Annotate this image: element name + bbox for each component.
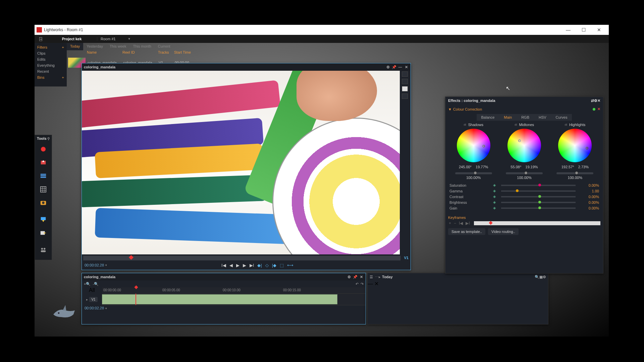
gear-icon[interactable]: ⚙ (594, 99, 597, 103)
param-slider[interactable] (501, 207, 576, 209)
plus-icon[interactable]: + (62, 75, 64, 79)
bins-header[interactable]: Bins+ (35, 74, 67, 80)
half-icon[interactable] (402, 94, 408, 99)
project-name[interactable]: Project kek (47, 37, 97, 41)
minimize-icon[interactable]: — (368, 281, 373, 287)
gain-slider[interactable] (455, 172, 492, 174)
room-selector[interactable]: Room #1 ▼ (97, 37, 134, 41)
keyframe-icon[interactable]: ◈ (493, 183, 498, 187)
sidebar-item-everything[interactable]: Everything (35, 62, 67, 68)
remove-effect-button[interactable]: ✕ (597, 107, 600, 111)
kf-next-button[interactable]: ▶I (465, 221, 470, 226)
param-slider[interactable] (501, 202, 576, 203)
redo-button[interactable]: ↷ (361, 282, 364, 286)
mark-out-button[interactable]: |◆ (272, 263, 276, 268)
param-slider[interactable] (501, 185, 576, 186)
pin-icon[interactable]: ⚲ (47, 137, 50, 140)
tab-rgb[interactable]: RGB (517, 114, 534, 121)
play-button[interactable]: ▶ (236, 263, 239, 268)
gear-icon[interactable]: ⚙ (347, 275, 352, 279)
lines-icon[interactable] (402, 79, 408, 84)
kf-remove-button[interactable]: − (453, 221, 457, 226)
tab-curves[interactable]: Curves (551, 114, 572, 121)
slider-knob[interactable] (516, 189, 519, 192)
grid-icon[interactable]: ▦ (539, 275, 543, 279)
gear-icon[interactable]: ⚙ (386, 65, 390, 69)
close-button[interactable]: ✕ (591, 27, 607, 33)
goto-start-button[interactable]: I◀ (221, 263, 226, 268)
sidebar-item-clips[interactable]: Clips (35, 50, 67, 56)
tab-balance[interactable]: Balance (477, 114, 499, 121)
viewer-canvas[interactable] (82, 71, 400, 254)
snapshot-button[interactable] (37, 197, 49, 209)
scrub-bar[interactable] (83, 256, 400, 260)
tab-current[interactable]: Current (155, 43, 174, 50)
all-tracks-button[interactable]: All (89, 287, 95, 293)
back-button[interactable]: ⍈ (35, 36, 47, 42)
step-fwd-button[interactable]: ▶ (243, 263, 246, 268)
gear-icon[interactable]: ⚙ (543, 275, 546, 279)
color-wheel[interactable] (558, 129, 592, 162)
clip[interactable] (102, 294, 337, 304)
color-point[interactable] (586, 147, 588, 149)
track-v1-label[interactable]: V1 (89, 297, 97, 302)
keyframe-icon[interactable]: ◈ (493, 194, 498, 199)
playhead-marker[interactable] (129, 255, 133, 260)
record-button[interactable] (37, 143, 49, 155)
insert-button[interactable]: ⬚ (280, 263, 284, 268)
levels-icon[interactable]: ıII (515, 123, 517, 126)
close-icon[interactable]: ✕ (374, 281, 379, 287)
sidebar-item-edits[interactable]: Edits (35, 56, 67, 62)
slider-knob[interactable] (538, 195, 541, 198)
tab-today[interactable]: Today (67, 43, 83, 50)
mark-button[interactable]: ◇ (265, 263, 269, 268)
slider-knob[interactable] (538, 206, 541, 209)
minimize-icon[interactable]: — (398, 65, 402, 69)
gain-slider[interactable] (556, 172, 593, 174)
kf-prev-button[interactable]: I◀ (458, 221, 464, 226)
import-button[interactable] (37, 157, 49, 169)
sidebar-item-recent[interactable]: Recent (35, 68, 67, 74)
pin-icon[interactable]: 📌 (353, 275, 358, 279)
video-routing-button[interactable]: Video routing.. (488, 228, 519, 235)
keyframe-track[interactable] (474, 221, 600, 225)
pin-icon[interactable]: 📌 (392, 65, 396, 69)
square-icon[interactable] (402, 86, 408, 92)
slider-knob[interactable] (538, 201, 541, 203)
step-back-button[interactable]: ◀ (229, 263, 233, 268)
slider-knob[interactable] (474, 171, 477, 175)
levels-icon[interactable]: ıII (565, 123, 567, 126)
tab-yesterday[interactable]: Yesterday (83, 43, 106, 50)
goto-end-button[interactable]: ▶I (250, 263, 254, 268)
color-wheel[interactable] (457, 129, 490, 162)
section-header[interactable]: ▼ Colour Correction ✕ (448, 106, 600, 113)
maximize-button[interactable]: ☐ (576, 27, 591, 33)
undo-button[interactable]: ↶ (356, 282, 359, 286)
tab-main[interactable]: Main (499, 114, 517, 121)
close-icon[interactable]: ✕ (359, 275, 364, 279)
close-icon[interactable]: ✕ (597, 99, 600, 103)
minimize-button[interactable]: — (560, 27, 576, 33)
enabled-indicator[interactable] (593, 108, 595, 111)
filters-header[interactable]: Filters+ (35, 44, 67, 50)
keyframe-icon[interactable]: ◈ (493, 200, 498, 204)
color-point[interactable] (482, 145, 485, 147)
close-icon[interactable]: ✕ (404, 65, 409, 69)
edit-button[interactable] (37, 214, 49, 226)
share-button[interactable] (37, 244, 49, 256)
export-button[interactable] (37, 227, 49, 239)
slider-knob[interactable] (538, 184, 541, 186)
settings-icon[interactable]: ⇄ (591, 99, 594, 103)
gain-slider[interactable] (506, 172, 543, 174)
menu-icon[interactable]: ☰ (370, 275, 373, 279)
tab-this-month[interactable]: This month (129, 43, 154, 50)
search-icon[interactable]: 🔍 (535, 275, 539, 279)
zoom-in-button[interactable]: +🔍 (84, 282, 91, 286)
slider-knob[interactable] (524, 171, 528, 175)
levels-icon[interactable]: ıII (464, 123, 466, 126)
color-point[interactable] (518, 139, 521, 142)
keyframe-marker[interactable] (489, 221, 492, 225)
search-button[interactable] (37, 170, 49, 182)
folder-icon[interactable] (402, 71, 408, 77)
tab-this-week[interactable]: This week (106, 43, 130, 50)
